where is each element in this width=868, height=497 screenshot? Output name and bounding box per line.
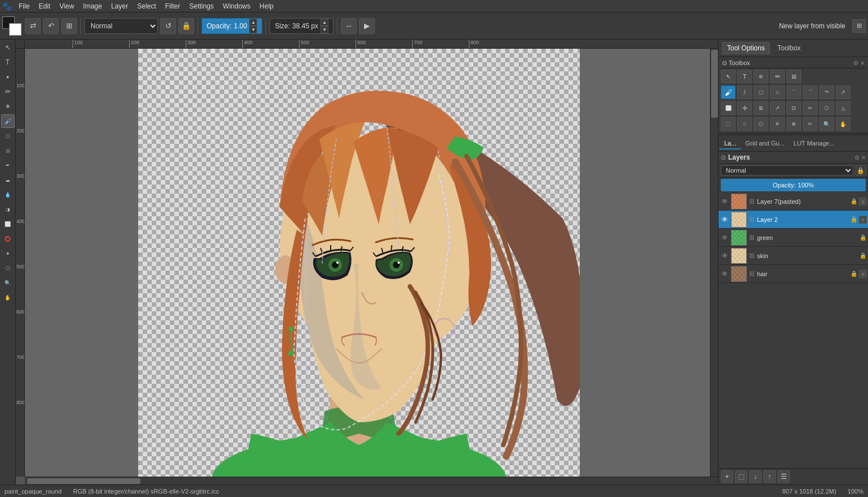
layer-lock-7pasted[interactable]: 🔒: [850, 198, 858, 205]
tb-by-color[interactable]: ⊗: [786, 117, 801, 131]
tb-rect[interactable]: □: [754, 85, 768, 99]
layers-close[interactable]: ✕: [861, 155, 866, 161]
flip-v-button[interactable]: ▶: [359, 18, 375, 34]
tool-free-select[interactable]: ✦: [1, 247, 15, 260]
v-scrollbar-thumb[interactable]: [711, 50, 718, 118]
tb-perspective[interactable]: ⊡: [786, 101, 801, 115]
menu-select[interactable]: Select: [132, 1, 160, 11]
tab-grid-guides[interactable]: Grid and Gu...: [741, 138, 789, 149]
flip-h-button[interactable]: ↔: [341, 18, 357, 34]
lock-alpha-button[interactable]: 🔒: [178, 18, 194, 34]
layer-alpha-hair[interactable]: α: [859, 270, 867, 278]
layer-lock-2[interactable]: 🔒: [850, 216, 858, 224]
tool-pencil[interactable]: ✏: [1, 85, 15, 98]
horizontal-scrollbar[interactable]: [25, 477, 718, 485]
tb-path4[interactable]: ↗: [836, 85, 850, 99]
toolbox-config[interactable]: ⚙: [853, 60, 858, 66]
vertical-scrollbar[interactable]: [710, 49, 718, 477]
tb-ellipse[interactable]: ○: [770, 85, 785, 99]
layer-alpha-2[interactable]: α: [859, 216, 867, 224]
h-scrollbar-thumb[interactable]: [27, 478, 140, 484]
tb-paintbrush[interactable]: 🖌: [721, 85, 736, 99]
tool-ellipse-select[interactable]: ⭕: [1, 232, 15, 246]
layer-menu-button[interactable]: ☰: [777, 470, 790, 483]
refresh-button[interactable]: ↺: [160, 18, 176, 34]
tool-pan[interactable]: ✋: [1, 291, 15, 305]
menu-layer[interactable]: Layer: [106, 1, 132, 11]
move-layer-down-button[interactable]: ↓: [749, 470, 762, 483]
color-swatches[interactable]: [2, 16, 22, 36]
layer-visibility-green[interactable]: 👁: [720, 233, 730, 243]
layer-visibility-2[interactable]: 👁: [720, 215, 730, 225]
layer-lock-hair[interactable]: 🔒: [850, 270, 858, 278]
tb-scissors[interactable]: ✂: [803, 117, 818, 131]
tool-ink[interactable]: ✒: [1, 158, 15, 172]
tool-dodge[interactable]: ◑: [1, 203, 15, 216]
tab-tool-options[interactable]: Tool Options: [722, 42, 770, 54]
layers-config[interactable]: ⚙: [854, 155, 860, 161]
tb-transform[interactable]: ⊞: [754, 101, 768, 115]
menu-file[interactable]: File: [14, 1, 34, 11]
tool-paintbrush[interactable]: 🖌: [1, 114, 15, 128]
tb-path1[interactable]: ⌒: [786, 85, 801, 99]
opacity-increase[interactable]: ▲: [249, 19, 257, 26]
tb-rect-sel[interactable]: ⬚: [721, 117, 736, 131]
layer-visibility-7pasted[interactable]: 👁: [720, 196, 730, 207]
tool-eraser[interactable]: ◻: [1, 129, 15, 143]
tab-layers[interactable]: La...: [720, 138, 741, 149]
new-group-button[interactable]: ⬚: [735, 470, 747, 483]
tb-ellipse-sel[interactable]: ○: [737, 117, 752, 131]
tool-smudge[interactable]: ☁: [1, 173, 15, 187]
tb-cage[interactable]: ⬡: [819, 101, 834, 115]
tb-warp[interactable]: △: [836, 101, 850, 115]
tool-fuzzy-select[interactable]: ⬡: [1, 262, 15, 275]
tb-zoom[interactable]: 🔍: [819, 117, 834, 131]
layer-row-7pasted[interactable]: 👁 ⛓ Layer 7(pasted) 🔒 α: [719, 192, 868, 211]
tb-flip[interactable]: ✂: [803, 101, 818, 115]
menu-edit[interactable]: Edit: [34, 1, 55, 11]
tool-airbrush[interactable]: ◎: [1, 144, 15, 157]
tb-fuzzy-sel[interactable]: ✳: [770, 117, 785, 131]
tool-text[interactable]: T: [1, 55, 15, 69]
layers-mode-select[interactable]: Normal: [721, 165, 853, 175]
tb-free-sel[interactable]: ⬡: [754, 117, 768, 131]
layer-visibility-hair[interactable]: 👁: [720, 269, 730, 279]
blend-mode-select[interactable]: Normal: [84, 18, 158, 34]
layer-lock-green[interactable]: 🔒: [859, 234, 867, 242]
layer-lock-skin[interactable]: 🔒: [859, 252, 867, 260]
size-increase[interactable]: ▲: [320, 19, 328, 26]
opacity-control[interactable]: Opacity: 1.00 ▲ ▼: [202, 18, 262, 34]
layer-row-2[interactable]: 👁 ⛓ Layer 2 🔒 α: [719, 211, 868, 229]
tool-zoom[interactable]: 🔍: [1, 276, 15, 290]
background-color[interactable]: [9, 23, 22, 36]
size-control[interactable]: Size: 38.45 px ▲ ▼: [270, 18, 333, 34]
tb-path2[interactable]: ⌒: [803, 85, 818, 99]
layers-opacity-bar[interactable]: Opacity: 100%: [721, 179, 866, 191]
menu-filter[interactable]: Filter: [161, 1, 185, 11]
tool-heal[interactable]: ✥: [1, 100, 15, 113]
layer-row-skin[interactable]: 👁 ⛓ skin 🔒: [719, 247, 868, 265]
tb-align[interactable]: ✛: [737, 101, 752, 115]
canvas-viewport[interactable]: [25, 49, 718, 477]
tb-hatch[interactable]: ▤: [786, 70, 801, 83]
panel-toggle-button[interactable]: ⊞: [852, 19, 866, 33]
tool-grid-button[interactable]: ⊞: [61, 18, 77, 34]
tb-shear[interactable]: ↗: [770, 101, 785, 115]
move-layer-up-button[interactable]: ↑: [763, 470, 776, 483]
lock-toggle[interactable]: 🔒: [856, 165, 866, 175]
tb-pointer[interactable]: ↖: [721, 70, 736, 83]
new-layer-button[interactable]: +: [721, 470, 733, 483]
tb-move[interactable]: ⬜: [721, 101, 736, 115]
layer-alpha-7pasted[interactable]: α: [859, 198, 867, 205]
menu-help[interactable]: Help: [255, 1, 278, 11]
tool-pointer[interactable]: ↖: [1, 41, 15, 54]
opacity-decrease[interactable]: ▼: [249, 26, 257, 33]
tb-path3[interactable]: ↷: [819, 85, 834, 99]
tb-line[interactable]: /: [737, 85, 752, 99]
tool-rect-select[interactable]: ⬜: [1, 217, 15, 231]
canvas-content[interactable]: [138, 49, 580, 477]
layer-row-hair[interactable]: 👁 ⛓ hair 🔒 α: [719, 265, 868, 283]
tb-clone[interactable]: ⊚: [754, 70, 768, 83]
menu-image[interactable]: Image: [79, 1, 106, 11]
layer-row-green[interactable]: 👁 ⛓ green 🔒: [719, 229, 868, 247]
